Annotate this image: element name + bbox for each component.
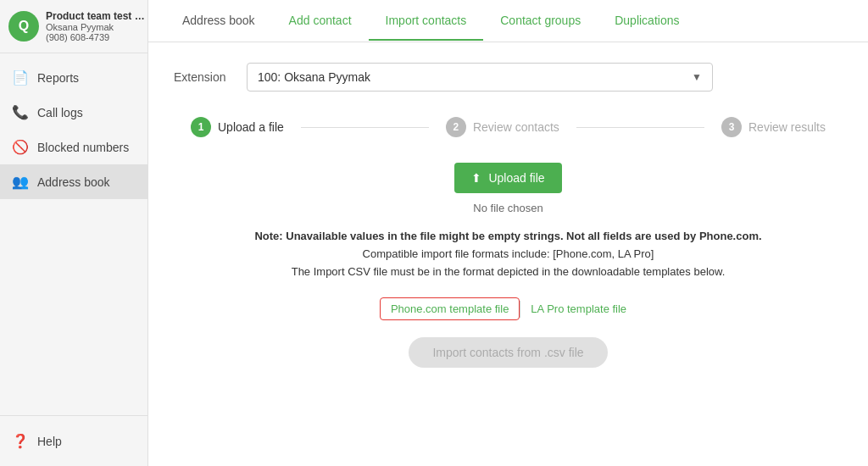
sidebar-item-call-logs[interactable]: 📞 Call logs — [0, 95, 147, 130]
extension-row: Extension 100: Oksana Pyymak ▼ — [174, 63, 843, 92]
step-line-2 — [576, 127, 704, 128]
sidebar-item-label-reports: Reports — [37, 71, 79, 85]
sidebar-item-label-blocked-numbers: Blocked numbers — [37, 141, 129, 154]
sidebar: Q Product team test ac... Oksana Pyymak … — [0, 0, 148, 466]
upload-icon: ⬆ — [471, 171, 481, 185]
step-3: 3 Review results — [721, 117, 826, 137]
main-area: Address book Add contact Import contacts… — [148, 0, 868, 466]
call-logs-icon: 📞 — [12, 104, 29, 120]
user-phone: (908) 608-4739 — [46, 32, 147, 42]
sidebar-footer: ❓ Help — [0, 415, 147, 466]
extension-select[interactable]: 100: Oksana Pyymak ▼ — [247, 63, 713, 92]
help-icon: ❓ — [12, 433, 29, 449]
no-file-text: No file chosen — [174, 202, 843, 214]
step-2: 2 Review contacts — [446, 117, 559, 137]
help-item[interactable]: ❓ Help — [12, 426, 136, 456]
import-button-wrapper: Import contacts from .csv file — [174, 337, 843, 368]
tab-duplications[interactable]: Duplications — [598, 2, 696, 41]
logo-avatar: Q — [8, 11, 39, 42]
steps-row: 1 Upload a file 2 Review contacts 3 Revi… — [174, 117, 843, 137]
company-name: Product team test ac... — [46, 10, 147, 22]
step-2-label: Review contacts — [473, 120, 559, 134]
la-pro-template-link[interactable]: LA Pro template file — [520, 298, 637, 319]
tabs-bar: Address book Add contact Import contacts… — [148, 0, 868, 42]
step-line-1 — [301, 127, 429, 128]
step-1-circle: 1 — [191, 117, 211, 137]
upload-section: ⬆ Upload file No file chosen — [174, 163, 843, 214]
template-links: Phone.com template file LA Pro template … — [174, 297, 843, 320]
step-2-circle: 2 — [446, 117, 466, 137]
content-area: Extension 100: Oksana Pyymak ▼ 1 Upload … — [148, 42, 868, 466]
sidebar-nav: 📄 Reports 📞 Call logs 🚫 Blocked numbers … — [0, 53, 147, 415]
blocked-numbers-icon: 🚫 — [12, 139, 29, 155]
note-section: Note: Unavailable values in the file mig… — [174, 228, 843, 280]
reports-icon: 📄 — [12, 69, 29, 86]
note-line-1: Note: Unavailable values in the file mig… — [174, 228, 843, 246]
step-3-circle: 3 — [721, 117, 742, 137]
sidebar-logo: Q Product team test ac... Oksana Pyymak … — [0, 0, 147, 53]
import-contacts-button[interactable]: Import contacts from .csv file — [409, 337, 607, 368]
user-name: Oksana Pyymak — [46, 22, 147, 32]
extension-label: Extension — [174, 70, 233, 84]
logo-text-block: Product team test ac... Oksana Pyymak (9… — [46, 10, 147, 42]
sidebar-item-label-address-book: Address book — [37, 175, 110, 189]
sidebar-item-blocked-numbers[interactable]: 🚫 Blocked numbers — [0, 130, 147, 164]
step-1: 1 Upload a file — [191, 117, 284, 137]
upload-file-button[interactable]: ⬆ Upload file — [454, 163, 561, 193]
note-line-2: Compatible import file formats include: … — [174, 246, 843, 264]
help-label: Help — [37, 435, 62, 448]
sidebar-item-label-call-logs: Call logs — [37, 106, 83, 119]
sidebar-item-reports[interactable]: 📄 Reports — [0, 60, 147, 95]
address-book-icon: 👥 — [12, 174, 29, 190]
tab-address-book[interactable]: Address book — [165, 2, 272, 41]
step-1-label: Upload a file — [218, 120, 284, 134]
phone-com-template-link[interactable]: Phone.com template file — [380, 297, 520, 320]
note-line-3: The Import CSV file must be in the forma… — [174, 264, 843, 281]
extension-value: 100: Oksana Pyymak — [258, 70, 370, 84]
tab-add-contact[interactable]: Add contact — [272, 2, 369, 41]
tab-contact-groups[interactable]: Contact groups — [483, 2, 598, 41]
tab-import-contacts[interactable]: Import contacts — [369, 2, 484, 41]
step-3-label: Review results — [748, 120, 826, 134]
chevron-down-icon: ▼ — [692, 71, 702, 83]
sidebar-item-address-book[interactable]: 👥 Address book — [0, 164, 147, 199]
